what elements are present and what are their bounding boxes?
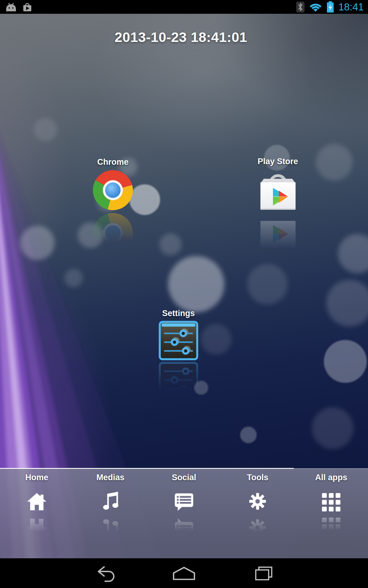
shortcut-chrome-label: Chrome: [97, 157, 128, 167]
android-home-screen: 18:41 2013-10-23 18:41:01 Chrome: [0, 0, 368, 588]
play-store-icon: [257, 169, 299, 215]
dock-tab-all-apps[interactable]: All apps: [294, 469, 368, 558]
dock-tab-social[interactable]: Social: [147, 469, 221, 558]
chrome-icon-reflection: [92, 212, 134, 254]
status-bar-clock: 18:41: [338, 0, 366, 14]
home-button[interactable]: [170, 558, 198, 588]
dock-tab-tools-label: Tools: [247, 473, 268, 483]
recents-icon: [255, 566, 273, 581]
home-nav-icon: [172, 567, 196, 580]
music-note-icon-reflection: [101, 518, 120, 538]
dock-tab-all-apps-label: All apps: [315, 473, 347, 483]
shortcut-settings-label: Settings: [162, 309, 195, 318]
back-button[interactable]: [93, 558, 117, 588]
back-icon: [95, 564, 115, 582]
settings-icon: [159, 321, 198, 360]
status-bar-notifications: [0, 2, 296, 12]
recents-button[interactable]: [252, 558, 276, 588]
dock-tab-medias-label: Medias: [96, 473, 125, 483]
clock-widget[interactable]: 2013-10-23 18:41:01: [0, 29, 362, 45]
dock-tab-home-label: Home: [25, 473, 48, 483]
home-icon-reflection: [26, 518, 47, 537]
android-robot-notification-icon: [5, 2, 17, 12]
navigation-bar: [0, 558, 368, 588]
gear-icon: [247, 491, 268, 511]
apps-grid-icon: [322, 493, 340, 511]
dock-tab-tools[interactable]: Tools: [221, 469, 294, 558]
apps-grid-icon-reflection: [322, 518, 340, 536]
settings-icon-reflection: [159, 362, 198, 401]
chrome-icon: [92, 169, 134, 211]
chat-list-icon-reflection: [174, 518, 194, 537]
music-note-icon: [101, 491, 120, 511]
home-icon: [26, 492, 47, 511]
shortcut-play-store[interactable]: Play Store: [251, 157, 305, 262]
wifi-icon: [309, 1, 322, 13]
dock-tab-home[interactable]: Home: [0, 469, 74, 558]
shortcut-chrome[interactable]: Chrome: [86, 157, 140, 254]
status-bar[interactable]: 18:41: [0, 0, 368, 14]
shortcut-play-store-label: Play Store: [258, 157, 298, 166]
bluetooth-icon: [296, 2, 305, 13]
dock-tab-medias[interactable]: Medias: [74, 469, 147, 558]
dock: Home Medias: [0, 469, 368, 558]
status-bar-indicators: 18:41: [296, 0, 368, 14]
battery-charging-icon: [327, 1, 334, 13]
shortcut-settings[interactable]: Settings: [151, 309, 205, 401]
gear-icon-reflection: [247, 518, 268, 538]
play-store-notification-icon: [22, 2, 33, 12]
play-store-icon-reflection: [257, 216, 299, 262]
chat-list-icon: [174, 492, 194, 511]
dock-tab-social-label: Social: [172, 473, 196, 483]
